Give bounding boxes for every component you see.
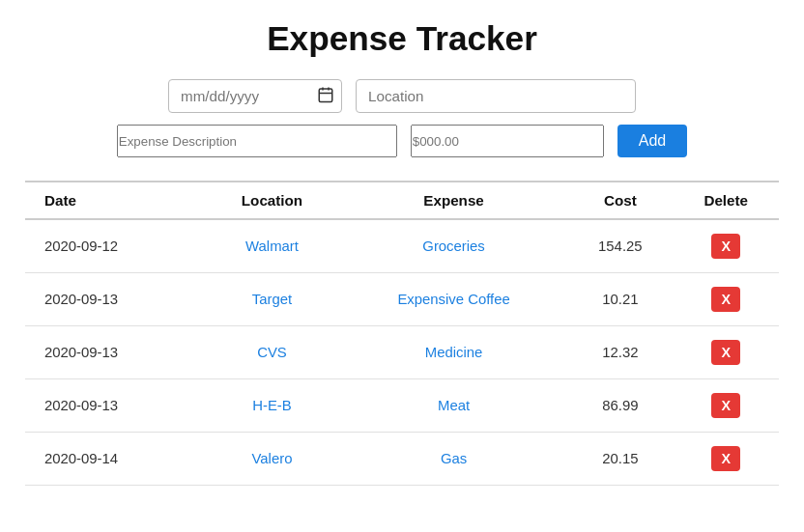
cell-location: Target bbox=[204, 273, 340, 326]
cell-cost: 86.99 bbox=[567, 379, 673, 433]
col-header-expense: Expense bbox=[340, 182, 567, 219]
table-row: 2020-09-12 Walmart Groceries 154.25 X bbox=[25, 219, 779, 273]
cell-location: Valero bbox=[204, 433, 340, 486]
cell-location: H-E-B bbox=[204, 379, 340, 433]
table-row: 2020-09-14 Valero Gas 20.15 X bbox=[25, 433, 779, 486]
table-header-row: Date Location Expense Cost Delete bbox=[25, 182, 779, 219]
cell-expense: Gas bbox=[340, 433, 567, 486]
delete-button[interactable]: X bbox=[711, 340, 740, 365]
table-row: 2020-09-13 CVS Medicine 12.32 X bbox=[25, 326, 779, 379]
cell-date: 2020-09-14 bbox=[25, 433, 204, 486]
cell-cost: 12.32 bbox=[567, 326, 673, 379]
cell-cost: 10.21 bbox=[567, 273, 673, 326]
cell-date: 2020-09-13 bbox=[25, 273, 204, 326]
cell-delete: X bbox=[673, 379, 779, 433]
col-header-date: Date bbox=[25, 182, 204, 219]
col-header-delete: Delete bbox=[673, 182, 779, 219]
cell-location: CVS bbox=[204, 326, 340, 379]
cell-expense: Meat bbox=[340, 379, 567, 433]
cell-date: 2020-09-13 bbox=[25, 379, 204, 433]
cell-expense: Groceries bbox=[340, 219, 567, 273]
description-input[interactable] bbox=[117, 125, 397, 157]
date-input-wrapper bbox=[168, 79, 342, 113]
delete-button[interactable]: X bbox=[711, 287, 740, 312]
expense-table: Date Location Expense Cost Delete 2020-0… bbox=[25, 181, 779, 486]
cost-input[interactable] bbox=[411, 125, 604, 157]
cell-delete: X bbox=[673, 326, 779, 379]
cell-cost: 154.25 bbox=[567, 219, 673, 273]
table-row: 2020-09-13 Target Expensive Coffee 10.21… bbox=[25, 273, 779, 326]
cell-delete: X bbox=[673, 273, 779, 326]
cell-delete: X bbox=[673, 219, 779, 273]
delete-button[interactable]: X bbox=[711, 393, 740, 418]
col-header-cost: Cost bbox=[567, 182, 673, 219]
date-input[interactable] bbox=[168, 79, 342, 113]
delete-button[interactable]: X bbox=[711, 234, 740, 259]
cell-date: 2020-09-13 bbox=[25, 326, 204, 379]
cell-expense: Medicine bbox=[340, 326, 567, 379]
col-header-location: Location bbox=[204, 182, 340, 219]
page-title: Expense Tracker bbox=[25, 19, 779, 58]
input-row-1 bbox=[25, 79, 779, 113]
input-row-2: Add bbox=[25, 125, 779, 157]
add-button[interactable]: Add bbox=[617, 125, 687, 157]
delete-button[interactable]: X bbox=[711, 446, 740, 471]
cell-cost: 20.15 bbox=[567, 433, 673, 486]
cell-expense: Expensive Coffee bbox=[340, 273, 567, 326]
location-input[interactable] bbox=[356, 79, 636, 113]
cell-location: Walmart bbox=[204, 219, 340, 273]
table-row: 2020-09-13 H-E-B Meat 86.99 X bbox=[25, 379, 779, 433]
cell-delete: X bbox=[673, 433, 779, 486]
cell-date: 2020-09-12 bbox=[25, 219, 204, 273]
main-container: Expense Tracker Add Date Location bbox=[25, 19, 779, 513]
